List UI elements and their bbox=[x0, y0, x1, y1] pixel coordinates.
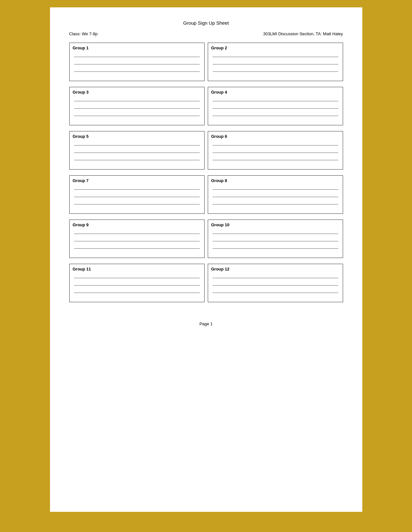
group-label-10: Group 10 bbox=[211, 222, 340, 227]
group-label-11: Group 11 bbox=[73, 267, 201, 271]
group-label-3: Group 3 bbox=[73, 90, 201, 95]
group-line-10-1 bbox=[213, 234, 338, 234]
group-lines-2 bbox=[211, 57, 340, 72]
group-line-1-3 bbox=[74, 71, 200, 72]
group-box-8: Group 8 bbox=[208, 175, 343, 214]
group-line-7-2 bbox=[74, 197, 200, 197]
group-box-10: Group 10 bbox=[208, 220, 343, 258]
group-line-10-2 bbox=[213, 241, 338, 241]
group-line-8-1 bbox=[213, 189, 338, 190]
section-label: 303LMI Discussion Section, TA: Matt Hale… bbox=[263, 31, 343, 36]
group-box-4: Group 4 bbox=[208, 87, 343, 125]
group-line-11-1 bbox=[74, 278, 200, 278]
group-label-5: Group 5 bbox=[73, 134, 201, 139]
group-lines-1 bbox=[73, 57, 201, 72]
page: Group Sign Up Sheet Class: We 7-8p 303LM… bbox=[49, 6, 363, 513]
group-label-1: Group 1 bbox=[73, 46, 201, 50]
group-line-5-1 bbox=[74, 145, 200, 145]
group-line-2-2 bbox=[213, 64, 338, 64]
group-lines-8 bbox=[211, 189, 340, 204]
group-label-9: Group 9 bbox=[73, 222, 201, 227]
group-line-2-1 bbox=[213, 57, 338, 57]
group-line-1-2 bbox=[74, 64, 200, 64]
group-label-2: Group 2 bbox=[211, 46, 340, 50]
group-line-11-2 bbox=[74, 285, 200, 286]
group-line-9-1 bbox=[74, 234, 200, 234]
group-line-8-2 bbox=[213, 197, 338, 197]
group-line-8-3 bbox=[213, 204, 338, 204]
group-box-1: Group 1 bbox=[69, 43, 205, 81]
group-line-12-1 bbox=[213, 278, 338, 278]
group-line-6-2 bbox=[213, 153, 338, 153]
group-line-3-3 bbox=[74, 116, 200, 116]
group-line-4-2 bbox=[213, 108, 338, 109]
group-box-9: Group 9 bbox=[69, 220, 205, 258]
group-line-7-1 bbox=[74, 189, 200, 190]
group-label-6: Group 6 bbox=[211, 134, 340, 139]
group-line-3-1 bbox=[74, 101, 200, 101]
group-lines-7 bbox=[73, 189, 201, 204]
group-lines-11 bbox=[73, 278, 201, 293]
meta-row: Class: We 7-8p 303LMI Discussion Section… bbox=[69, 31, 343, 36]
group-line-5-2 bbox=[74, 153, 200, 153]
groups-grid: Group 1Group 2Group 3Group 4Group 5Group… bbox=[69, 43, 343, 302]
group-line-3-2 bbox=[74, 108, 200, 109]
group-box-12: Group 12 bbox=[208, 264, 343, 302]
group-label-8: Group 8 bbox=[211, 178, 340, 183]
group-box-7: Group 7 bbox=[69, 175, 205, 214]
group-label-12: Group 12 bbox=[211, 267, 340, 271]
group-box-2: Group 2 bbox=[208, 43, 343, 81]
group-line-1-1 bbox=[74, 57, 200, 57]
group-line-4-3 bbox=[213, 116, 338, 116]
page-footer: Page 1 bbox=[69, 321, 343, 326]
group-line-12-2 bbox=[213, 285, 338, 286]
group-line-9-2 bbox=[74, 241, 200, 241]
group-line-6-1 bbox=[213, 145, 338, 145]
group-line-12-3 bbox=[213, 293, 338, 293]
group-line-10-3 bbox=[213, 248, 338, 249]
group-line-11-3 bbox=[74, 293, 200, 293]
group-line-2-3 bbox=[213, 71, 338, 72]
group-box-5: Group 5 bbox=[69, 131, 205, 170]
group-line-7-3 bbox=[74, 204, 200, 204]
group-line-6-3 bbox=[213, 160, 338, 160]
group-lines-6 bbox=[211, 145, 340, 160]
group-line-5-3 bbox=[74, 160, 200, 160]
group-label-7: Group 7 bbox=[73, 178, 201, 183]
page-title: Group Sign Up Sheet bbox=[69, 20, 343, 26]
group-lines-4 bbox=[211, 101, 340, 116]
group-lines-10 bbox=[211, 234, 340, 249]
group-lines-5 bbox=[73, 145, 201, 160]
group-lines-12 bbox=[211, 278, 340, 293]
group-box-6: Group 6 bbox=[208, 131, 343, 170]
class-label: Class: We 7-8p bbox=[69, 31, 98, 36]
group-lines-3 bbox=[73, 101, 201, 116]
group-line-9-3 bbox=[74, 248, 200, 249]
group-box-11: Group 11 bbox=[69, 264, 205, 302]
group-label-4: Group 4 bbox=[211, 90, 340, 95]
group-lines-9 bbox=[73, 234, 201, 249]
group-line-4-1 bbox=[213, 101, 338, 101]
group-box-3: Group 3 bbox=[69, 87, 205, 125]
